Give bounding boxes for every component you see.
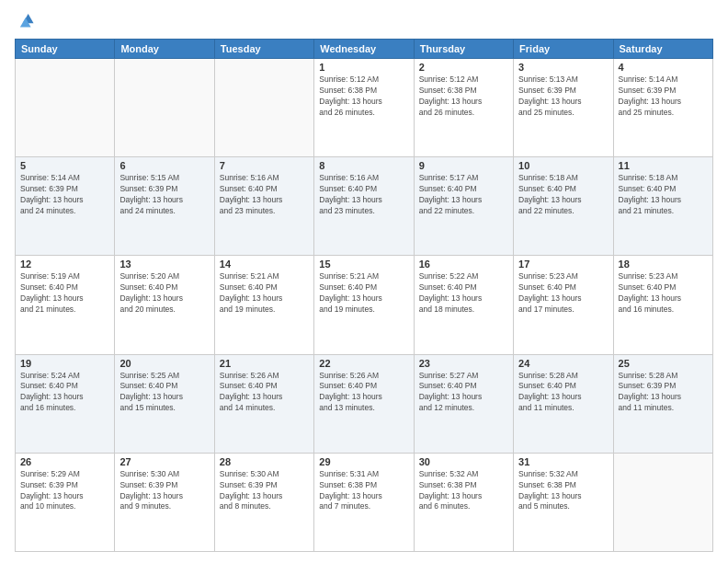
day-info: Sunrise: 5:24 AM Sunset: 6:40 PM Dayligh… (20, 371, 109, 415)
day-number: 8 (319, 160, 408, 171)
header-sunday: Sunday (16, 40, 115, 59)
day-number: 31 (518, 456, 608, 467)
day-info: Sunrise: 5:28 AM Sunset: 6:39 PM Dayligh… (619, 371, 708, 415)
day-number: 28 (220, 456, 309, 467)
calendar-cell: 25Sunrise: 5:28 AM Sunset: 6:39 PM Dayli… (613, 354, 712, 453)
day-number: 13 (119, 259, 209, 270)
day-number: 20 (119, 358, 209, 369)
calendar-cell: 19Sunrise: 5:24 AM Sunset: 6:40 PM Dayli… (16, 354, 115, 453)
day-info: Sunrise: 5:20 AM Sunset: 6:40 PM Dayligh… (119, 271, 209, 316)
logo-icon (15, 11, 35, 31)
header-saturday: Saturday (613, 40, 712, 59)
calendar-cell: 14Sunrise: 5:21 AM Sunset: 6:40 PM Dayli… (214, 256, 313, 354)
day-number: 4 (619, 62, 708, 73)
day-info: Sunrise: 5:22 AM Sunset: 6:40 PM Dayligh… (419, 271, 508, 316)
day-number: 15 (319, 259, 408, 270)
calendar-cell: 28Sunrise: 5:30 AM Sunset: 6:39 PM Dayli… (214, 453, 313, 551)
header-wednesday: Wednesday (314, 40, 414, 59)
day-info: Sunrise: 5:21 AM Sunset: 6:40 PM Dayligh… (220, 271, 309, 316)
calendar-cell: 17Sunrise: 5:23 AM Sunset: 6:40 PM Dayli… (514, 256, 613, 354)
calendar-cell (214, 59, 313, 157)
day-number: 7 (220, 160, 309, 171)
calendar-cell: 26Sunrise: 5:29 AM Sunset: 6:39 PM Dayli… (16, 453, 115, 551)
calendar-cell: 6Sunrise: 5:15 AM Sunset: 6:39 PM Daylig… (115, 157, 214, 256)
calendar-cell: 12Sunrise: 5:19 AM Sunset: 6:40 PM Dayli… (16, 256, 115, 354)
day-number: 1 (319, 62, 408, 73)
calendar-cell: 23Sunrise: 5:27 AM Sunset: 6:40 PM Dayli… (414, 354, 513, 453)
weekday-header-row: Sunday Monday Tuesday Wednesday Thursday… (16, 40, 713, 59)
calendar-cell: 16Sunrise: 5:22 AM Sunset: 6:40 PM Dayli… (414, 256, 513, 354)
day-info: Sunrise: 5:12 AM Sunset: 6:38 PM Dayligh… (319, 75, 408, 119)
day-number: 26 (20, 456, 109, 467)
day-info: Sunrise: 5:18 AM Sunset: 6:40 PM Dayligh… (518, 173, 608, 217)
calendar-cell: 22Sunrise: 5:26 AM Sunset: 6:40 PM Dayli… (314, 354, 414, 453)
day-number: 12 (20, 259, 109, 270)
day-info: Sunrise: 5:17 AM Sunset: 6:40 PM Dayligh… (419, 173, 508, 217)
calendar-week-row: 12Sunrise: 5:19 AM Sunset: 6:40 PM Dayli… (16, 256, 713, 354)
day-info: Sunrise: 5:21 AM Sunset: 6:40 PM Dayligh… (319, 271, 408, 316)
calendar-cell: 7Sunrise: 5:16 AM Sunset: 6:40 PM Daylig… (214, 157, 313, 256)
day-info: Sunrise: 5:14 AM Sunset: 6:39 PM Dayligh… (619, 75, 708, 119)
day-info: Sunrise: 5:26 AM Sunset: 6:40 PM Dayligh… (319, 371, 408, 415)
calendar-cell: 2Sunrise: 5:12 AM Sunset: 6:38 PM Daylig… (414, 59, 513, 157)
day-info: Sunrise: 5:16 AM Sunset: 6:40 PM Dayligh… (220, 173, 309, 217)
header-tuesday: Tuesday (214, 40, 313, 59)
day-info: Sunrise: 5:23 AM Sunset: 6:40 PM Dayligh… (619, 271, 708, 316)
day-number: 16 (419, 259, 508, 270)
day-number: 30 (419, 456, 508, 467)
header-friday: Friday (514, 40, 613, 59)
calendar-cell: 30Sunrise: 5:32 AM Sunset: 6:38 PM Dayli… (414, 453, 513, 551)
calendar-cell: 4Sunrise: 5:14 AM Sunset: 6:39 PM Daylig… (613, 59, 712, 157)
calendar-cell: 13Sunrise: 5:20 AM Sunset: 6:40 PM Dayli… (115, 256, 214, 354)
calendar-cell: 24Sunrise: 5:28 AM Sunset: 6:40 PM Dayli… (514, 354, 613, 453)
calendar-cell: 1Sunrise: 5:12 AM Sunset: 6:38 PM Daylig… (314, 59, 414, 157)
logo (15, 11, 39, 31)
day-number: 23 (419, 358, 508, 369)
day-info: Sunrise: 5:12 AM Sunset: 6:38 PM Dayligh… (419, 75, 508, 119)
header (15, 11, 713, 31)
day-info: Sunrise: 5:30 AM Sunset: 6:39 PM Dayligh… (119, 469, 209, 513)
calendar-cell: 5Sunrise: 5:14 AM Sunset: 6:39 PM Daylig… (16, 157, 115, 256)
calendar-cell (16, 59, 115, 157)
calendar-week-row: 19Sunrise: 5:24 AM Sunset: 6:40 PM Dayli… (16, 354, 713, 453)
day-info: Sunrise: 5:15 AM Sunset: 6:39 PM Dayligh… (119, 173, 209, 217)
day-info: Sunrise: 5:25 AM Sunset: 6:40 PM Dayligh… (119, 371, 209, 415)
calendar-table: Sunday Monday Tuesday Wednesday Thursday… (15, 39, 713, 552)
day-number: 11 (619, 160, 708, 171)
calendar-week-row: 1Sunrise: 5:12 AM Sunset: 6:38 PM Daylig… (16, 59, 713, 157)
day-number: 2 (419, 62, 508, 73)
day-info: Sunrise: 5:26 AM Sunset: 6:40 PM Dayligh… (220, 371, 309, 415)
header-thursday: Thursday (414, 40, 513, 59)
calendar-cell: 31Sunrise: 5:32 AM Sunset: 6:38 PM Dayli… (514, 453, 613, 551)
calendar-cell: 8Sunrise: 5:16 AM Sunset: 6:40 PM Daylig… (314, 157, 414, 256)
day-info: Sunrise: 5:19 AM Sunset: 6:40 PM Dayligh… (20, 271, 109, 316)
day-number: 18 (619, 259, 708, 270)
day-info: Sunrise: 5:16 AM Sunset: 6:40 PM Dayligh… (319, 173, 408, 217)
calendar-cell: 11Sunrise: 5:18 AM Sunset: 6:40 PM Dayli… (613, 157, 712, 256)
calendar-cell: 10Sunrise: 5:18 AM Sunset: 6:40 PM Dayli… (514, 157, 613, 256)
day-info: Sunrise: 5:28 AM Sunset: 6:40 PM Dayligh… (518, 371, 608, 415)
calendar-cell: 29Sunrise: 5:31 AM Sunset: 6:38 PM Dayli… (314, 453, 414, 551)
day-info: Sunrise: 5:18 AM Sunset: 6:40 PM Dayligh… (619, 173, 708, 217)
day-info: Sunrise: 5:27 AM Sunset: 6:40 PM Dayligh… (419, 371, 508, 415)
day-number: 24 (518, 358, 608, 369)
calendar-cell: 18Sunrise: 5:23 AM Sunset: 6:40 PM Dayli… (613, 256, 712, 354)
day-info: Sunrise: 5:23 AM Sunset: 6:40 PM Dayligh… (518, 271, 608, 316)
day-info: Sunrise: 5:14 AM Sunset: 6:39 PM Dayligh… (20, 173, 109, 217)
calendar-cell: 9Sunrise: 5:17 AM Sunset: 6:40 PM Daylig… (414, 157, 513, 256)
day-number: 14 (220, 259, 309, 270)
calendar-cell: 20Sunrise: 5:25 AM Sunset: 6:40 PM Dayli… (115, 354, 214, 453)
day-info: Sunrise: 5:32 AM Sunset: 6:38 PM Dayligh… (518, 469, 608, 513)
day-info: Sunrise: 5:31 AM Sunset: 6:38 PM Dayligh… (319, 469, 408, 513)
day-info: Sunrise: 5:13 AM Sunset: 6:39 PM Dayligh… (518, 75, 608, 119)
day-number: 25 (619, 358, 708, 369)
calendar-cell: 15Sunrise: 5:21 AM Sunset: 6:40 PM Dayli… (314, 256, 414, 354)
calendar-week-row: 5Sunrise: 5:14 AM Sunset: 6:39 PM Daylig… (16, 157, 713, 256)
calendar-cell: 21Sunrise: 5:26 AM Sunset: 6:40 PM Dayli… (214, 354, 313, 453)
day-number: 6 (119, 160, 209, 171)
day-info: Sunrise: 5:29 AM Sunset: 6:39 PM Dayligh… (20, 469, 109, 513)
day-info: Sunrise: 5:32 AM Sunset: 6:38 PM Dayligh… (419, 469, 508, 513)
day-number: 5 (20, 160, 109, 171)
calendar-cell (613, 453, 712, 551)
calendar-cell: 27Sunrise: 5:30 AM Sunset: 6:39 PM Dayli… (115, 453, 214, 551)
